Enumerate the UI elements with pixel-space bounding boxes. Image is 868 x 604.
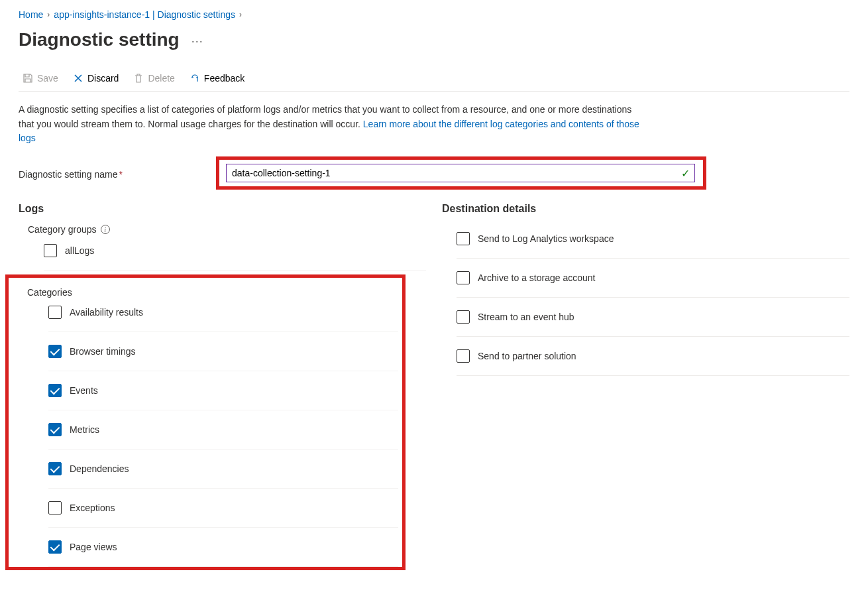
category-label: Metrics [70,424,99,435]
info-icon[interactable]: i [101,225,110,234]
category-groups-heading: Category groups i [28,224,426,235]
alllogs-label: allLogs [65,245,94,256]
setting-name-row: Diagnostic setting name* ✓ [19,156,849,190]
destination-row: Send to partner solution [457,337,849,376]
category-checkbox[interactable] [48,384,62,397]
feedback-label: Feedback [204,73,244,84]
destinations-heading: Destination details [442,203,849,215]
delete-label: Delete [148,73,174,84]
chevron-right-icon: › [239,10,242,19]
alllogs-checkbox[interactable] [44,244,57,257]
alllogs-row: allLogs [44,239,426,271]
destinations-list: Send to Log Analytics workspaceArchive t… [442,224,849,376]
breadcrumb-resource[interactable]: app-insights-instance-1 | Diagnostic set… [54,9,235,20]
category-row: Availability results [48,300,398,332]
description-text: A diagnostic setting specifies a list of… [19,92,648,156]
category-label: Browser timings [70,346,136,357]
setting-name-input[interactable] [226,164,695,182]
category-label: Dependencies [70,463,129,474]
highlight-categories-box: Categories Availability resultsBrowser t… [5,274,406,570]
name-input-wrap: ✓ [226,164,695,182]
breadcrumb: Home › app-insights-instance-1 | Diagnos… [19,7,849,27]
destination-checkbox[interactable] [457,349,470,363]
destination-label: Send to partner solution [478,351,576,361]
category-row: Events [48,371,398,410]
categories-heading: Categories [27,287,398,298]
save-label: Save [37,73,58,84]
category-label: Exceptions [70,503,115,513]
feedback-button[interactable]: Feedback [190,73,244,84]
category-checkbox[interactable] [48,501,62,514]
category-checkbox[interactable] [48,462,62,475]
category-label: Events [70,385,98,396]
category-checkbox[interactable] [48,423,62,436]
main-columns: Logs Category groups i allLogs Categorie… [19,199,849,570]
category-checkbox[interactable] [48,306,62,319]
page-title: Diagnostic setting [19,29,180,50]
category-groups-label: Category groups [28,224,97,235]
destination-label: Archive to a storage account [478,272,595,283]
category-label: Page views [70,542,117,552]
category-row: Page views [48,528,398,567]
check-icon: ✓ [681,167,690,180]
delete-button[interactable]: Delete [133,73,174,84]
setting-name-label-text: Diagnostic setting name [19,169,117,180]
logs-heading: Logs [19,203,426,215]
category-checkbox[interactable] [48,345,62,358]
category-row: Metrics [48,410,398,450]
discard-button[interactable]: Discard [73,73,119,84]
category-row: Dependencies [48,450,398,489]
more-actions-button[interactable]: ··· [191,30,203,48]
destination-label: Send to Log Analytics workspace [478,233,614,244]
discard-label: Discard [87,73,119,84]
feedback-icon [190,73,200,84]
delete-icon [133,73,144,84]
destination-row: Stream to an event hub [457,298,849,337]
logs-column: Logs Category groups i allLogs Categorie… [19,199,426,570]
destinations-column: Destination details Send to Log Analytic… [442,199,849,570]
save-icon [23,73,33,84]
destination-checkbox[interactable] [457,310,470,324]
category-row: Exceptions [48,489,398,528]
highlight-name-box: ✓ [216,156,706,190]
category-row: Browser timings [48,332,398,371]
required-asterisk: * [119,169,122,180]
title-row: Diagnostic setting ··· [19,27,849,52]
save-button[interactable]: Save [23,73,58,84]
destination-checkbox[interactable] [457,271,470,284]
category-checkbox[interactable] [48,540,62,554]
category-label: Availability results [70,307,143,318]
discard-icon [73,73,83,84]
toolbar: Save Discard Delete Feedback [19,52,849,92]
chevron-right-icon: › [47,10,50,19]
breadcrumb-home[interactable]: Home [19,9,43,20]
categories-list: Availability resultsBrowser timingsEvent… [27,300,398,567]
setting-name-label: Diagnostic setting name* [19,166,211,180]
destination-label: Stream to an event hub [478,312,574,322]
destination-row: Archive to a storage account [457,259,849,298]
destination-checkbox[interactable] [457,232,470,245]
destination-row: Send to Log Analytics workspace [457,224,849,259]
